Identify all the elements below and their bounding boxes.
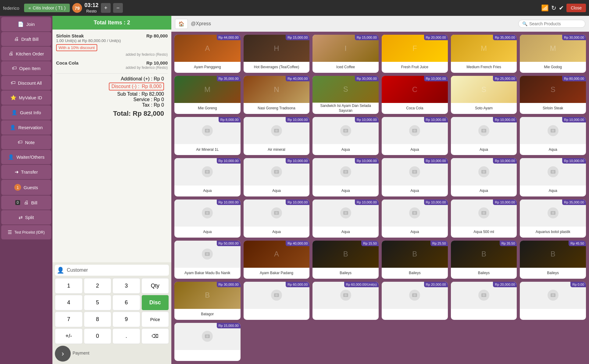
num-7[interactable]: 7 [55, 312, 83, 327]
sidebar-item-open-item[interactable]: 🏷 Open Item [1, 61, 51, 75]
qty-button[interactable]: Qty [141, 278, 169, 294]
main-layout: 📄 Join 🖨 Draft Bill 🖨 Kitchen Order 🏷 Op… [0, 16, 589, 364]
sidebar-item-reservation[interactable]: 👤 Reservation [1, 120, 51, 135]
reservation-icon: 👤 [10, 125, 16, 130]
product-card[interactable]: Rp 10,000.00Aqua [174, 200, 241, 238]
num-1[interactable]: 1 [55, 278, 83, 294]
product-card[interactable]: Rp 25,000.00SSoto Ayam [451, 76, 517, 114]
product-card[interactable]: Rp 20,000.00 [451, 282, 517, 320]
product-card[interactable]: Rp 20,000.00FFresh Fruit Juice [382, 35, 448, 73]
sidebar-item-test-pricelist[interactable]: ☰ Test Pricelist (IDR) [1, 225, 51, 239]
num-6[interactable]: 6 [112, 295, 140, 310]
sidebar-item-draft-bill[interactable]: 🖨 Draft Bill [1, 32, 51, 46]
backspace-button[interactable]: ⌫ [141, 328, 169, 344]
order-item-coca-cola[interactable]: Coca Cola Rp 10,000 added by federico (R… [56, 60, 168, 70]
sidebar-item-guests[interactable]: 1 Guests [1, 180, 51, 195]
payment-button[interactable]: › [55, 346, 71, 362]
transfer-icon: ➜ [15, 169, 19, 175]
product-card[interactable]: Rp 80,000.00SSirloin Steak [520, 76, 586, 114]
product-card[interactable]: Rp 10,000.00Aqua [382, 117, 448, 155]
num-9[interactable]: 9 [112, 312, 140, 327]
num-dot[interactable]: . [112, 328, 140, 344]
product-card[interactable]: Rp 35,000.00MMedium French Fries [451, 35, 517, 73]
product-price-tag: Rp 30,000.00 [355, 76, 379, 81]
product-card[interactable]: Rp 15.50BBaileys [312, 241, 379, 279]
product-card[interactable]: Rp 40,000.00NNasi Goreng Tradisona [244, 76, 310, 114]
product-card[interactable]: Rp 10,000.00Air mineral [244, 117, 310, 155]
product-card[interactable]: Rp 10,000.00Aqua [312, 200, 379, 238]
num-2[interactable]: 2 [84, 278, 112, 294]
price-button[interactable]: Price [141, 312, 169, 327]
sidebar-item-join[interactable]: 📄 Join [1, 17, 51, 31]
sidebar-item-bill[interactable]: 0 🖨 Bill [1, 196, 51, 210]
product-card[interactable]: Rp 10,000.00Aqua [312, 117, 379, 155]
product-card[interactable]: Rp 20,000.00 [382, 282, 448, 320]
product-card[interactable]: Rp 40,000.00AAyam Bakar Padang [244, 241, 310, 279]
svg-point-35 [552, 171, 554, 173]
disc-button[interactable]: Disc [141, 295, 169, 310]
product-card[interactable]: Rp 10,000.00Aqua [244, 200, 310, 238]
product-card[interactable]: Rp 44,000.00AAyam Panggang [174, 35, 241, 73]
venue-button[interactable]: « Citis Indoor ( T1 ) [24, 4, 70, 12]
minus-table-button[interactable]: − [113, 3, 123, 13]
add-table-button[interactable]: + [101, 3, 111, 13]
product-price-tag: Rp 80,000.00 [562, 76, 586, 81]
product-card[interactable]: Rp 15,000.00HHot Beverages (Tea/Coffee) [244, 35, 310, 73]
product-name [312, 309, 379, 320]
product-card[interactable]: Rp 10,000.00Aqua [451, 117, 517, 155]
product-card[interactable]: Rp 50,000.00Ayam Bakar Madu Bu Nanik [174, 241, 241, 279]
search-input[interactable] [529, 21, 581, 26]
product-card[interactable]: Rp 30,000.00MMie Godog [520, 35, 586, 73]
item1-price: Rp 80,000 [146, 33, 168, 38]
sidebar-item-transfer[interactable]: ➜ Transfer [1, 165, 51, 179]
product-card[interactable]: Rp 10,000.00Aqua [520, 117, 586, 155]
product-card[interactable]: Rp 10,000.00CCoca Cola [382, 76, 448, 114]
product-card[interactable]: Rp 60,000.00/Unit(s) [312, 282, 379, 320]
sidebar-item-split[interactable]: ⇄ Split [1, 210, 51, 224]
product-card[interactable]: Rp 35,000.00Aquarius botol plastik [520, 200, 586, 238]
sidebar-item-kitchen-order[interactable]: 🖨 Kitchen Order [1, 47, 51, 61]
svg-point-68 [483, 294, 485, 296]
product-card[interactable]: Rp 15,000.00 [174, 323, 241, 361]
product-price-tag: Rp 10,000.00 [217, 200, 241, 205]
product-card[interactable]: Rp 25.50BBaileys [382, 241, 448, 279]
product-name: Aqua [312, 144, 379, 155]
sidebar-item-discount-all[interactable]: 🏷 Discount All [1, 76, 51, 90]
product-card[interactable]: Rp 8,000.00Air Mineral 1L [174, 117, 241, 155]
file-icon: 📄 [18, 21, 24, 27]
product-card[interactable]: Rp 10,000.00Aqua 500 ml [451, 200, 517, 238]
close-button[interactable]: Close [566, 4, 586, 12]
num-3[interactable]: 3 [112, 278, 140, 294]
product-card[interactable]: Rp 10,000.00Aqua [520, 158, 586, 196]
product-card[interactable]: Rp 10,000.00Aqua [382, 200, 448, 238]
num-4[interactable]: 4 [55, 295, 83, 310]
num-8[interactable]: 8 [84, 312, 112, 327]
num-0[interactable]: 0 [84, 328, 112, 344]
product-card[interactable]: Rp 10,000.00Aqua [451, 158, 517, 196]
customer-row[interactable]: 👤 Customer [55, 265, 169, 276]
num-plusminus[interactable]: +/- [55, 328, 83, 344]
product-card[interactable]: Rp 10,000.00Aqua [174, 158, 241, 196]
time-block: 03:12 Resto [84, 2, 98, 13]
sidebar-item-waiter-others[interactable]: 👤 Waiter/Others [1, 150, 51, 164]
product-card[interactable]: Rp 35.50BBaileys [451, 241, 517, 279]
product-card[interactable]: Rp 30,000.00SSandwich Isi Ayam Dan Selad… [312, 76, 379, 114]
product-card[interactable]: Rp 10,000.00Aqua [382, 158, 448, 196]
sidebar-item-guest-info[interactable]: 👤 Guest Info [1, 105, 51, 120]
sidebar-label-guest-info: Guest Info [20, 110, 41, 115]
product-card[interactable]: Rp 10,000.00Aqua [312, 158, 379, 196]
sidebar-item-note[interactable]: 🏷 Note [1, 135, 51, 149]
home-button[interactable]: 🏠 [175, 19, 188, 29]
num-5[interactable]: 5 [84, 295, 112, 310]
product-card[interactable]: Rp 45.50BBaileys [520, 241, 586, 279]
product-card[interactable]: Rp 0.00 [520, 282, 586, 320]
product-card[interactable]: Rp 60,000.00 [244, 282, 310, 320]
search-box[interactable]: 🔍 [518, 20, 585, 28]
product-card[interactable]: Rp 15,000.00IIced Coffee [312, 35, 379, 73]
product-card[interactable]: Rp 30,000.00BBatagor [174, 282, 241, 320]
product-card[interactable]: Rp 35,000.00MMie Goreng [174, 76, 241, 114]
order-item-sirloin[interactable]: Sirloin Steak Rp 80,000 1.00 Unit(s) at … [56, 33, 168, 57]
sidebar-item-myvalue-id[interactable]: ⭐ MyValue ID [1, 90, 51, 105]
product-card[interactable]: Rp 10,000.00Aqua [244, 158, 310, 196]
customer-icon: 👤 [57, 267, 64, 274]
